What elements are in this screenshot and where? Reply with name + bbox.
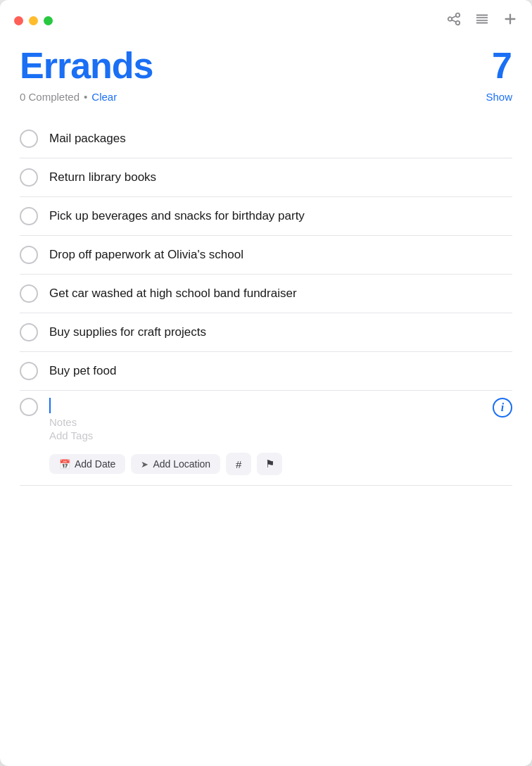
task-checkbox-2[interactable] xyxy=(20,168,38,187)
task-checkbox-6[interactable] xyxy=(20,323,38,341)
list-icon[interactable] xyxy=(474,11,490,30)
task-text-3: Pick up beverages and snacks for birthda… xyxy=(49,209,512,223)
completed-count: 0 Completed xyxy=(20,91,80,103)
list-item: Pick up beverages and snacks for birthda… xyxy=(20,197,512,236)
list-item: Buy supplies for craft projects xyxy=(20,313,512,352)
task-text-1: Mail packages xyxy=(49,132,512,146)
list-item: Buy pet food xyxy=(20,352,512,391)
location-icon: ➤ xyxy=(141,459,148,470)
new-item-input-area[interactable]: Notes Add Tags xyxy=(49,398,481,441)
add-date-label: Add Date xyxy=(75,458,115,470)
task-text-6: Buy supplies for craft projects xyxy=(49,325,512,339)
action-buttons-row: 📅 Add Date ➤ Add Location # ⚑ xyxy=(20,446,512,485)
flag-icon: ⚑ xyxy=(265,458,274,470)
task-text-5: Get car washed at high school band fundr… xyxy=(49,287,512,301)
toolbar-right xyxy=(446,11,518,30)
traffic-lights xyxy=(14,16,53,25)
notes-placeholder: Notes xyxy=(49,416,481,428)
main-content: Errands 7 0 Completed • Clear Show Mail … xyxy=(0,37,532,506)
task-checkbox-5[interactable] xyxy=(20,284,38,303)
minimize-button[interactable] xyxy=(29,16,38,25)
add-tag-button[interactable]: # xyxy=(226,453,251,475)
task-text-2: Return library books xyxy=(49,170,512,184)
tasks-list: Mail packages Return library books Pick … xyxy=(20,120,512,391)
completed-left: 0 Completed • Clear xyxy=(20,91,117,103)
text-cursor xyxy=(49,398,481,415)
header-row: Errands 7 xyxy=(20,44,512,87)
plus-icon[interactable] xyxy=(502,11,518,30)
new-task-checkbox[interactable] xyxy=(20,398,38,416)
task-text-7: Buy pet food xyxy=(49,364,512,378)
close-button[interactable] xyxy=(14,16,23,25)
list-title: Errands xyxy=(20,44,153,87)
add-date-button[interactable]: 📅 Add Date xyxy=(49,454,125,474)
task-checkbox-1[interactable] xyxy=(20,130,38,148)
new-item-row: Notes Add Tags i xyxy=(20,398,512,446)
list-item: Drop off paperwork at Olivia's school xyxy=(20,236,512,275)
list-item: Return library books xyxy=(20,158,512,197)
app-window: Errands 7 0 Completed • Clear Show Mail … xyxy=(0,0,532,766)
list-item: Mail packages xyxy=(20,120,512,158)
info-icon[interactable]: i xyxy=(493,398,512,417)
task-checkbox-7[interactable] xyxy=(20,362,38,380)
share-icon[interactable] xyxy=(446,11,462,30)
task-checkbox-3[interactable] xyxy=(20,207,38,225)
list-item: Get car washed at high school band fundr… xyxy=(20,275,512,313)
add-tags-placeholder: Add Tags xyxy=(49,429,481,441)
hash-icon: # xyxy=(236,458,241,470)
dot-separator: • xyxy=(84,91,87,103)
show-button[interactable]: Show xyxy=(486,91,512,103)
title-bar xyxy=(0,0,532,37)
new-item-section: Notes Add Tags i 📅 Add Date ➤ Add Locati… xyxy=(20,391,512,486)
clear-button[interactable]: Clear xyxy=(91,91,117,103)
task-checkbox-4[interactable] xyxy=(20,246,38,264)
calendar-icon: 📅 xyxy=(59,459,70,470)
item-count: 7 xyxy=(492,44,512,87)
add-location-button[interactable]: ➤ Add Location xyxy=(131,454,220,474)
completed-row: 0 Completed • Clear Show xyxy=(20,91,512,108)
task-text-4: Drop off paperwork at Olivia's school xyxy=(49,248,512,262)
maximize-button[interactable] xyxy=(44,16,53,25)
add-flag-button[interactable]: ⚑ xyxy=(257,453,282,475)
add-location-label: Add Location xyxy=(153,458,210,470)
